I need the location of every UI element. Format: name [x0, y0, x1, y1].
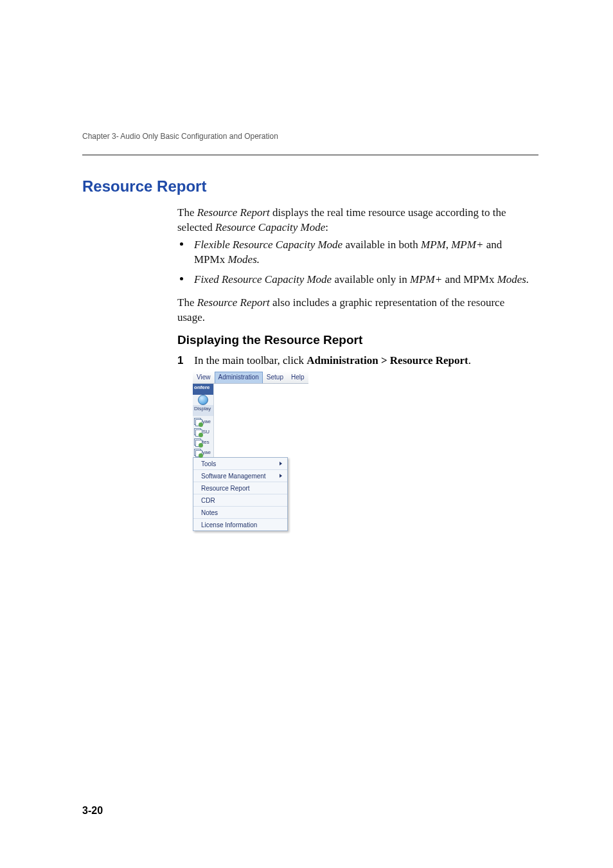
term-modes: Modes.: [227, 253, 260, 266]
list-item[interactable]: tes: [193, 437, 213, 447]
menu-administration[interactable]: Administration: [215, 372, 263, 383]
text: .: [468, 354, 471, 366]
text: The: [177, 296, 197, 309]
submenu-arrow-icon: [280, 474, 282, 478]
globe-icon: [198, 395, 208, 405]
text: In the main toolbar, click: [194, 354, 306, 366]
term-resource-capacity-mode: Resource Capacity Mode: [215, 221, 325, 233]
item-label: SU: [202, 429, 209, 435]
menu-setup[interactable]: Setup: [263, 372, 287, 383]
text: ,: [446, 239, 452, 251]
admin-dropdown: Tools Software Management Resource Repor…: [193, 457, 288, 531]
section-title: Resource Report: [82, 177, 206, 195]
list-item[interactable]: SU: [193, 426, 213, 437]
profile-icon: [194, 439, 201, 446]
term-mpm: MPM: [421, 239, 446, 251]
item-label: tes: [202, 439, 209, 445]
menu-item-label: CDR: [201, 497, 215, 504]
profile-icon: [194, 418, 201, 425]
menu-item-label: Tools: [201, 460, 216, 467]
screenshot-admin-menu: View Administration Setup Help onfere Di…: [193, 372, 308, 531]
menu-item-software-management[interactable]: Software Management: [193, 470, 287, 482]
tab-confere[interactable]: onfere: [193, 384, 213, 395]
bullet-list: Flexible Resource Capacity Mode availabl…: [177, 238, 534, 293]
menu-item-resource-report[interactable]: Resource Report: [193, 482, 287, 494]
item-label: yae: [202, 419, 211, 424]
term-flexible-mode: Flexible Resource Capacity Mode: [194, 239, 342, 251]
page-number: 3-20: [82, 805, 103, 817]
item-label: yae: [202, 449, 211, 455]
bullet-dot-icon: [180, 242, 183, 246]
list-item: Flexible Resource Capacity Mode availabl…: [177, 238, 534, 267]
term-mpm-plus: MPM+: [410, 273, 442, 285]
menu-view[interactable]: View: [193, 372, 215, 383]
paragraph-graphic-rep: The Resource Report also includes a grap…: [177, 296, 534, 325]
list-item: Fixed Resource Capacity Mode available o…: [177, 273, 534, 287]
term-modes: Modes.: [497, 273, 529, 285]
menu-item-label: License Information: [201, 521, 257, 529]
step-number: 1: [177, 354, 191, 368]
text: :: [325, 221, 328, 233]
header-rule: [82, 154, 538, 156]
menu-item-license-info[interactable]: License Information: [193, 519, 287, 530]
toolbar-world[interactable]: [193, 395, 213, 405]
left-panel: onfere Display yae SU tes yae: [193, 384, 214, 457]
menu-path: Administration > Resource Report: [306, 354, 468, 366]
submenu-arrow-icon: [280, 462, 282, 466]
term-resource-report: Resource Report: [197, 296, 270, 309]
profile-icon: [194, 449, 201, 456]
list-item[interactable]: yae: [193, 416, 213, 426]
term-fixed-mode: Fixed Resource Capacity Mode: [194, 273, 332, 285]
paragraph-intro: The Resource Report displays the real ti…: [177, 206, 534, 235]
text: available only in: [332, 273, 410, 285]
text: and MPMx: [442, 273, 497, 285]
profile-icon: [194, 428, 201, 435]
list-item[interactable]: yae: [193, 447, 213, 457]
menu-item-label: Resource Report: [201, 485, 250, 492]
running-head: Chapter 3- Audio Only Basic Configuratio…: [82, 132, 278, 141]
term-mpm-plus: MPM+: [451, 239, 483, 251]
step-1: 1 In the main toolbar, click Administrat…: [177, 354, 537, 368]
text: The: [177, 206, 197, 219]
bullet-dot-icon: [180, 277, 183, 280]
menu-item-notes[interactable]: Notes: [193, 507, 287, 519]
menubar: View Administration Setup Help: [193, 372, 308, 384]
menu-item-cdr[interactable]: CDR: [193, 494, 287, 507]
tab-display[interactable]: Display: [193, 405, 213, 416]
menu-help[interactable]: Help: [287, 372, 308, 383]
text: available in both: [342, 239, 421, 251]
subsection-title: Displaying the Resource Report: [177, 333, 362, 347]
menu-item-tools[interactable]: Tools: [193, 458, 287, 470]
menu-item-label: Software Management: [201, 473, 266, 480]
term-resource-report: Resource Report: [197, 206, 270, 219]
menu-item-label: Notes: [201, 509, 218, 516]
